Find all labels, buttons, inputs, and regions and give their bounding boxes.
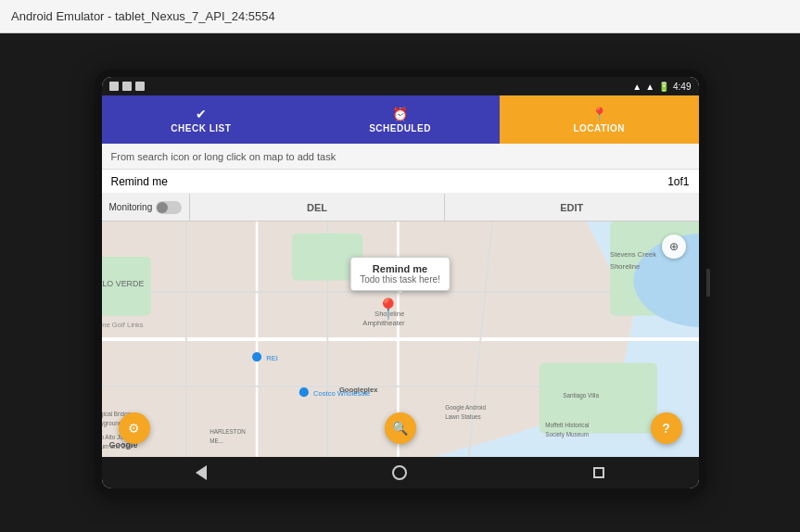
status-icon-2 (122, 82, 132, 91)
status-right: ▲ ▲ 🔋 4:49 (632, 82, 691, 92)
svg-text:Moffett Historical: Moffett Historical (545, 422, 589, 428)
checklist-icon: ✔ (196, 107, 207, 121)
svg-text:Shoreline: Shoreline (610, 262, 640, 271)
edit-button[interactable]: EDIT (445, 194, 699, 221)
fab-settings-button[interactable]: ⚙ (119, 412, 150, 444)
tab-bar: ✔ CHECK LIST ⏰ SCHEDULED 📍 LOCATION (102, 95, 699, 144)
fab-help-button[interactable]: ? (651, 412, 682, 444)
compass-button[interactable]: ⊕ (662, 234, 686, 259)
action-bar: Monitoring DEL EDIT (102, 194, 699, 222)
popup-subtitle: Todo this task here! (360, 274, 440, 285)
svg-text:HARLESTON: HARLESTON (210, 428, 246, 435)
svg-text:Stevens Creek: Stevens Creek (610, 250, 656, 259)
tab-scheduled[interactable]: ⏰ SCHEDULED (300, 95, 500, 144)
tablet-screen: ▲ ▲ 🔋 4:49 ✔ CHECK LIST ⏰ SCHEDULED 📍 (102, 77, 699, 488)
tab-location[interactable]: 📍 LOCATION (500, 95, 699, 144)
time-display: 4:49 (673, 82, 691, 92)
toolbar-hint: From search icon or long click on map to… (111, 151, 337, 162)
signal-icon: ▲ (632, 82, 641, 92)
battery-icon: 🔋 (658, 82, 669, 92)
back-icon (196, 465, 207, 480)
svg-point-39 (298, 387, 308, 397)
svg-text:Society Museum: Society Museum (545, 431, 589, 438)
nav-bar (102, 457, 699, 488)
wifi-icon: ▲ (645, 82, 654, 92)
svg-point-37 (251, 352, 260, 361)
nav-home-button[interactable] (390, 463, 409, 482)
fab-search-button[interactable]: 🔍 (385, 412, 416, 444)
remind-bar: Remind me 1of1 (102, 170, 699, 194)
toggle-knob (157, 202, 168, 213)
toolbar: From search icon or long click on map to… (102, 144, 699, 170)
device-wrapper: ▲ ▲ 🔋 4:49 ✔ CHECK LIST ⏰ SCHEDULED 📍 (0, 33, 800, 532)
svg-text:REI: REI (266, 354, 278, 362)
status-icon-1 (109, 82, 119, 91)
power-button[interactable] (706, 269, 710, 297)
svg-text:Santiago Villa: Santiago Villa (563, 393, 599, 400)
home-icon (392, 465, 407, 480)
map-pin: 📍 (375, 298, 400, 322)
status-bar: ▲ ▲ 🔋 4:49 (102, 77, 699, 95)
map-popup: Remind me Todo this task here! (349, 257, 451, 291)
scheduled-icon: ⏰ (392, 107, 408, 121)
scheduled-label: SCHEDULED (369, 123, 431, 133)
window-bar: Android Emulator - tablet_Nexus_7_API_24… (0, 0, 800, 33)
remind-counter: 1of1 (667, 175, 689, 188)
help-icon: ? (662, 421, 670, 436)
monitoring-label: Monitoring (109, 202, 153, 212)
svg-text:Google Android: Google Android (445, 404, 486, 412)
svg-text:ME...: ME... (210, 437, 223, 444)
del-button[interactable]: DEL (190, 194, 445, 221)
status-icons-left (109, 82, 145, 91)
nav-recent-button[interactable] (590, 463, 608, 482)
svg-text:Costco Wholesale: Costco Wholesale (313, 389, 370, 398)
recent-icon (593, 467, 604, 478)
status-icon-3 (135, 82, 145, 91)
nav-back-button[interactable] (192, 463, 210, 482)
svg-text:Shoreline Golf Links: Shoreline Golf Links (102, 321, 144, 329)
remind-title: Remind me (111, 175, 168, 188)
compass-icon: ⊕ (669, 240, 679, 253)
monitoring-toggle[interactable] (156, 201, 182, 214)
location-icon: 📍 (591, 107, 607, 121)
settings-icon: ⚙ (128, 421, 140, 436)
svg-text:PALO VERDE: PALO VERDE (102, 279, 144, 288)
svg-text:Lawn Statues: Lawn Statues (445, 413, 480, 420)
location-label: LOCATION (573, 123, 624, 133)
popup-title: Remind me (360, 263, 440, 274)
window-title: Android Emulator - tablet_Nexus_7_API_24… (11, 9, 275, 23)
monitoring-section: Monitoring (102, 194, 191, 221)
checklist-label: CHECK LIST (171, 123, 231, 133)
search-icon: 🔍 (392, 421, 408, 436)
tab-checklist[interactable]: ✔ CHECK LIST (102, 95, 301, 144)
map-container[interactable]: PALO VERDE Shoreline Golf Links Stevens … (102, 222, 699, 457)
tablet: ▲ ▲ 🔋 4:49 ✔ CHECK LIST ⏰ SCHEDULED 📍 (95, 70, 706, 496)
